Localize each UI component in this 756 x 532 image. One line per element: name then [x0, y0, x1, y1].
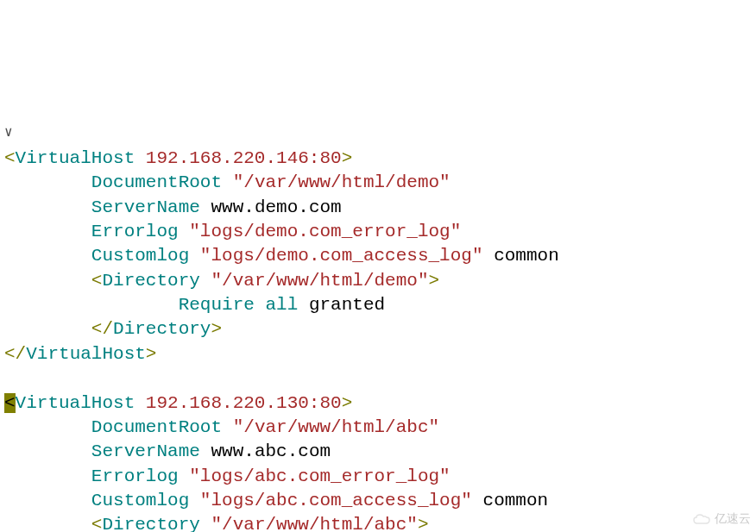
- tag-virtualhost-close: VirtualHost: [26, 344, 146, 364]
- errorlog-value: "logs/abc.com_error_log": [189, 466, 450, 486]
- angle-close: >: [429, 271, 440, 291]
- errorlog-value: "logs/demo.com_error_log": [189, 222, 461, 241]
- angle-close: >: [146, 344, 157, 364]
- vhost-address: 192.168.220.130:80: [146, 393, 342, 413]
- code-editor[interactable]: ∨ <VirtualHost 192.168.220.146:80> Docum…: [0, 97, 756, 532]
- fold-marker: ∨: [4, 126, 11, 140]
- documentroot-value: "/var/www/html/abc": [233, 417, 439, 437]
- directive-documentroot: DocumentRoot: [91, 417, 222, 437]
- directive-documentroot: DocumentRoot: [91, 172, 222, 192]
- servername-value: www.demo.com: [211, 197, 341, 217]
- angle-close: >: [342, 148, 353, 168]
- angle-open: <: [4, 148, 16, 168]
- directive-errorlog: Errorlog: [91, 466, 179, 486]
- tag-directory: Directory: [102, 271, 199, 291]
- directive-customlog: Customlog: [91, 246, 189, 266]
- customlog-value: "logs/abc.com_access_log": [200, 491, 472, 510]
- customlog-value: "logs/demo.com_access_log": [200, 246, 483, 266]
- directive-servername: ServerName: [91, 197, 200, 217]
- directory-path: "/var/www/html/abc": [211, 515, 417, 532]
- documentroot-value: "/var/www/html/demo": [233, 172, 450, 192]
- customlog-format: common: [494, 246, 559, 266]
- watermark-text: 亿速云: [715, 510, 751, 527]
- tag-virtualhost: VirtualHost: [16, 393, 135, 413]
- directive-errorlog: Errorlog: [91, 222, 179, 241]
- directive-require: Require: [179, 295, 255, 315]
- angle-close: >: [211, 319, 222, 339]
- servername-value: www.abc.com: [211, 441, 331, 461]
- tag-virtualhost: VirtualHost: [16, 148, 135, 168]
- angle-close: >: [418, 515, 429, 532]
- angle-open: <: [91, 271, 103, 291]
- cloud-icon: [692, 513, 711, 525]
- require-all: all: [265, 295, 298, 315]
- directive-servername: ServerName: [91, 441, 200, 461]
- directive-customlog: Customlog: [91, 491, 189, 510]
- cursor: <: [4, 393, 16, 413]
- angle-open: <: [91, 515, 103, 532]
- vhost-address: 192.168.220.146:80: [146, 148, 342, 168]
- angle-close: >: [342, 393, 353, 413]
- angle-open: </: [4, 344, 26, 364]
- require-granted: granted: [309, 295, 385, 315]
- tag-directory-close: Directory: [113, 319, 211, 339]
- tag-directory: Directory: [102, 515, 199, 532]
- watermark: 亿速云: [692, 510, 751, 527]
- angle-open: </: [91, 319, 113, 339]
- directory-path: "/var/www/html/demo": [211, 271, 428, 291]
- customlog-format: common: [483, 491, 549, 510]
